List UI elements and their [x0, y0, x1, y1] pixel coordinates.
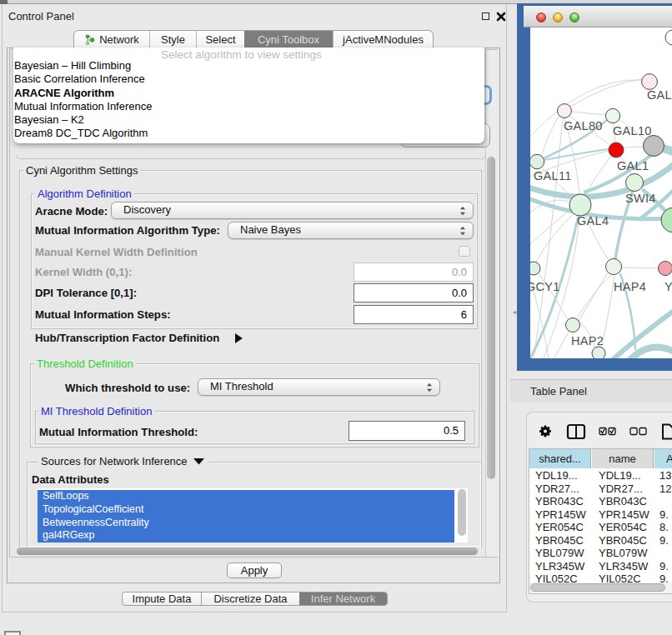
svg-text:HAP2: HAP2 — [571, 334, 604, 348]
svg-text:GAL10: GAL10 — [613, 124, 652, 138]
svg-text:GAL2: GAL2 — [647, 88, 672, 102]
svg-text:GAL4: GAL4 — [577, 214, 609, 228]
svg-text:GAL1: GAL1 — [617, 159, 649, 172]
svg-text:GCY1: GCY1 — [530, 280, 560, 293]
svg-text:GAL11: GAL11 — [534, 169, 572, 182]
svg-text:Y: Y — [664, 280, 672, 293]
svg-text:SWI4: SWI4 — [625, 192, 656, 205]
svg-text:GAL80: GAL80 — [564, 119, 603, 132]
svg-text:HAP4: HAP4 — [614, 280, 646, 293]
